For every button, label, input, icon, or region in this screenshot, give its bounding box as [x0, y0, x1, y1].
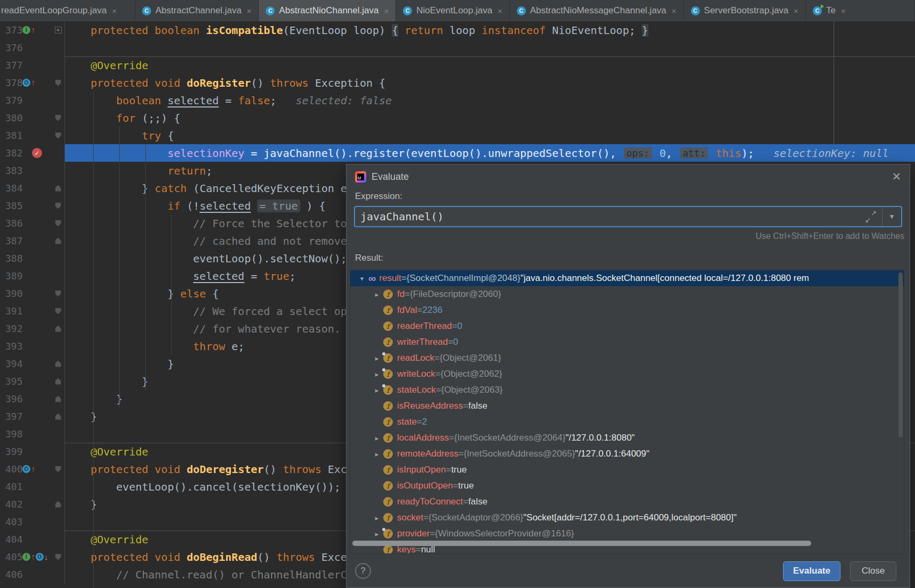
fold-marker-close[interactable]: [55, 378, 61, 385]
tree-row-fdVal[interactable]: ffdVal = 2236: [350, 302, 904, 318]
fold-marker-open[interactable]: [55, 115, 61, 121]
tab-AbstractNioChannel.java[interactable]: CAbstractNioChannel.java×: [259, 0, 396, 21]
tab-close-icon[interactable]: ×: [112, 6, 117, 15]
line-number[interactable]: 391: [0, 305, 22, 317]
line-number[interactable]: 393: [0, 341, 22, 352]
vertical-scrollbar[interactable]: [898, 272, 903, 437]
line-number[interactable]: 380: [0, 112, 22, 123]
horizontal-scrollbar[interactable]: [352, 541, 811, 546]
expand-editor-icon[interactable]: ↗↙: [865, 211, 877, 222]
line-number[interactable]: 390: [0, 288, 22, 299]
class-file-icon: C: [517, 6, 526, 15]
evaluate-button[interactable]: Evaluate: [783, 561, 840, 581]
implements-icon: I: [22, 553, 30, 561]
tree-row-isOutputOpen[interactable]: fisOutputOpen = true: [350, 478, 904, 494]
tree-row-socket[interactable]: ▸fsocket = {SocketAdaptor@2066} "Socket[…: [350, 510, 904, 526]
tree-row-isReuseAddress[interactable]: fisReuseAddress = false: [350, 398, 904, 414]
expression-input[interactable]: javaChannel() ↗↙ ▼: [354, 206, 902, 227]
variable-name: readerThread: [397, 321, 452, 332]
tree-row-fd[interactable]: ▸ffd = {FileDescriptor@2060}: [350, 286, 904, 302]
variable-name: readyToConnect: [397, 496, 463, 507]
help-button[interactable]: ?: [355, 563, 371, 579]
tree-row-readerThread[interactable]: freaderThread = 0: [350, 318, 904, 334]
line-number[interactable]: 402: [0, 499, 22, 510]
line-number[interactable]: 383: [0, 165, 22, 176]
line-number[interactable]: 405: [0, 551, 22, 562]
tab-readEventLoopGroup.java[interactable]: readEventLoopGroup.java×: [0, 0, 135, 21]
close-icon[interactable]: ✕: [892, 170, 901, 183]
line-number[interactable]: 406: [0, 569, 22, 580]
fold-marker-open[interactable]: [55, 80, 61, 86]
fold-marker-open[interactable]: [55, 203, 61, 209]
fold-marker-close[interactable]: [55, 396, 61, 402]
breakpoint-verified-icon[interactable]: ✓: [32, 148, 42, 158]
fold-marker-open[interactable]: [55, 554, 61, 560]
tab-close-icon[interactable]: ×: [247, 6, 252, 15]
fold-marker-open[interactable]: [55, 308, 61, 314]
fold-marker-close[interactable]: [55, 185, 61, 192]
tab-close-icon[interactable]: ×: [498, 6, 502, 15]
tree-row-isInputOpen[interactable]: fisInputOpen = true: [350, 462, 904, 478]
tree-row-writeLock[interactable]: ▸fwriteLock = {Object@2062}: [350, 366, 904, 382]
tree-row-state[interactable]: fstate = 2: [350, 414, 904, 430]
tree-row-readyToConnect[interactable]: freadyToConnect = false: [350, 494, 904, 510]
tab-ServerBootstrap.java[interactable]: CServerBootstrap.java×: [684, 0, 806, 21]
fold-marker-close[interactable]: [55, 326, 61, 332]
history-dropdown-button[interactable]: ▼: [882, 207, 901, 226]
line-number[interactable]: 397: [0, 411, 22, 422]
fold-marker-open[interactable]: [55, 291, 61, 297]
tree-row-writerThread[interactable]: fwriterThread = 0: [350, 334, 904, 350]
line-number[interactable]: 404: [0, 534, 22, 545]
line-number[interactable]: 403: [0, 516, 22, 527]
line-number[interactable]: 389: [0, 270, 22, 281]
line-number[interactable]: 386: [0, 218, 22, 229]
fold-marker-open[interactable]: [55, 132, 61, 139]
tree-row-remoteAddress[interactable]: ▸fremoteAddress = {InetSocketAddress@206…: [350, 446, 904, 462]
line-number[interactable]: 399: [0, 446, 22, 457]
string-value: "/127.0.0.1:64009": [575, 449, 649, 459]
tab-close-icon[interactable]: ×: [384, 6, 389, 15]
tab-AbstractChannel.java[interactable]: CAbstractChannel.java×: [135, 0, 259, 21]
line-number[interactable]: 388: [0, 253, 22, 264]
line-number[interactable]: 385: [0, 200, 22, 211]
tab-NioEventLoop.java[interactable]: CNioEventLoop.java×: [396, 0, 509, 21]
tab-close-icon[interactable]: ×: [672, 6, 677, 15]
line-number[interactable]: 382: [0, 147, 22, 159]
fold-marker-open[interactable]: [55, 220, 61, 227]
tab-label: AbstractNioMessageChannel.java: [530, 5, 666, 16]
tree-row-result[interactable]: ▾∞result = {SocketChannelImpl@2048} "jav…: [350, 270, 904, 286]
line-number[interactable]: 398: [0, 428, 22, 440]
tab-label: ServerBootstrap.java: [704, 5, 789, 16]
tab-close-icon[interactable]: ×: [794, 6, 798, 15]
tree-row-stateLock[interactable]: ▸fstateLock = {Object@2063}: [350, 382, 904, 398]
tab-close-icon[interactable]: ×: [841, 6, 846, 15]
line-number[interactable]: 377: [0, 60, 22, 71]
line-number[interactable]: 376: [0, 42, 22, 53]
object-reference: {FileDescriptor@2060}: [410, 289, 501, 300]
tree-row-readLock[interactable]: ▸freadLock = {Object@2061}: [350, 350, 904, 366]
line-number[interactable]: 392: [0, 323, 22, 334]
line-number[interactable]: 381: [0, 130, 22, 141]
line-number[interactable]: 395: [0, 376, 22, 387]
fold-marker-plus[interactable]: +: [55, 27, 62, 34]
fold-marker-close[interactable]: [55, 501, 61, 508]
fold-marker-open[interactable]: [55, 466, 61, 473]
fold-marker-close[interactable]: [55, 238, 61, 244]
line-number[interactable]: 379: [0, 95, 22, 106]
tab-Te[interactable]: CTe×: [806, 0, 915, 21]
tab-AbstractNioMessageChannel.java[interactable]: CAbstractNioMessageChannel.java×: [510, 0, 684, 21]
line-number[interactable]: 387: [0, 235, 22, 246]
line-number[interactable]: 384: [0, 183, 22, 194]
fold-marker-close[interactable]: [55, 413, 61, 420]
tree-row-provider[interactable]: ▸fprovider = {WindowsSelectorProvider@16…: [350, 526, 904, 542]
line-number[interactable]: 378: [0, 77, 22, 88]
tree-row-localAddress[interactable]: ▸flocalAddress = {InetSocketAddress@2064…: [350, 430, 904, 446]
line-number[interactable]: 396: [0, 393, 22, 404]
line-number[interactable]: 373: [0, 24, 22, 36]
fold-marker-close[interactable]: [55, 361, 61, 367]
chevron-right-icon: ▸: [370, 514, 383, 522]
line-number[interactable]: 400: [0, 463, 22, 475]
line-number[interactable]: 394: [0, 358, 22, 369]
line-number[interactable]: 401: [0, 481, 22, 492]
close-button[interactable]: Close: [850, 561, 896, 581]
